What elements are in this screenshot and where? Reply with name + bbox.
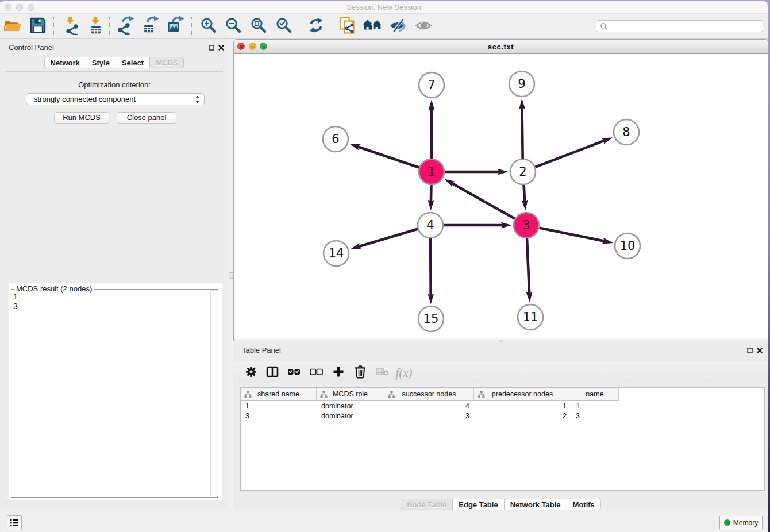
cell-predecessor-nodes[interactable]: 1 — [474, 402, 571, 411]
zoom-selected-icon — [274, 16, 294, 37]
table-tabset: Node TableEdge TableNetwork TableMotifs — [233, 499, 768, 510]
memory-button[interactable]: Memory — [719, 516, 763, 529]
export-network-button[interactable] — [116, 17, 135, 36]
table-panel-close-icon[interactable] — [756, 347, 763, 354]
graph-node-4[interactable]: 4 — [418, 213, 443, 238]
graph-node-8[interactable]: 8 — [614, 119, 639, 145]
cell-name[interactable]: 1 — [571, 402, 619, 411]
graph-node-14[interactable]: 14 — [324, 241, 349, 266]
search-input[interactable] — [596, 20, 763, 32]
cell-successor-nodes[interactable]: 3 — [384, 411, 474, 421]
cell-shared-name[interactable]: 1 — [241, 402, 317, 411]
open-session-button[interactable] — [3, 17, 22, 36]
mcds-result-group-border — [11, 289, 218, 498]
graph-node-9[interactable]: 9 — [509, 71, 534, 97]
graph-node-10[interactable]: 10 — [615, 233, 640, 259]
table-panel-tab-network-table[interactable]: Network Table — [505, 499, 567, 510]
zoom-in-button[interactable] — [199, 17, 218, 36]
show-eye-icon — [414, 16, 433, 37]
show-columns-button[interactable] — [264, 364, 281, 381]
close-panel-button[interactable]: Close panel — [117, 112, 176, 124]
tree-icon — [478, 391, 485, 400]
control-panel-float-icon[interactable] — [208, 44, 215, 51]
graph-node-6[interactable]: 6 — [323, 126, 348, 152]
zoom-fit-button[interactable] — [249, 17, 268, 36]
table-row-1[interactable]: 1dominator411 — [241, 402, 764, 411]
run-mcds-button[interactable]: Run MCDS — [54, 112, 109, 124]
cell-predecessor-nodes[interactable]: 2 — [474, 411, 571, 421]
create-column-button[interactable] — [330, 364, 347, 381]
splitter-handle[interactable] — [229, 272, 233, 279]
zoom-out-button[interactable] — [224, 17, 243, 36]
delete-columns-button[interactable] — [352, 364, 369, 381]
import-table-button[interactable] — [86, 17, 105, 36]
network-canvas[interactable]: 7 9 6 8 1 2 4 3 14 10 15 11 — [234, 54, 768, 341]
import-network-button[interactable] — [60, 17, 80, 36]
graph-node-label: 2 — [519, 165, 526, 179]
unselect-all-columns-button[interactable] — [308, 364, 325, 381]
table-panel-tab-motifs[interactable]: Motifs — [567, 499, 601, 510]
column-header-successor-nodes[interactable]: successor nodes — [384, 388, 474, 401]
graph-node-label: 7 — [428, 78, 435, 92]
graph-node-1[interactable]: 1 — [419, 159, 444, 184]
import-network-icon — [60, 16, 80, 37]
column-header-predecessor-nodes[interactable]: predecessor nodes — [474, 388, 571, 401]
criterion-select[interactable]: strongly connected component — [26, 93, 205, 105]
first-neighbors-button[interactable] — [363, 17, 382, 36]
delete-table-icon — [374, 363, 391, 383]
cell-shared-name[interactable]: 3 — [241, 411, 317, 421]
export-image-button[interactable] — [165, 17, 185, 36]
graph-node-label: 11 — [523, 310, 538, 324]
save-session-button[interactable] — [28, 17, 48, 36]
control-panel-close-icon[interactable] — [218, 44, 225, 51]
search-icon — [600, 22, 609, 31]
refresh-button[interactable] — [306, 17, 326, 36]
control-panel-tab-network[interactable]: Network — [44, 57, 86, 68]
task-history-button[interactable] — [7, 515, 22, 530]
column-header-MCDS-role[interactable]: MCDS role — [317, 388, 384, 401]
home-icon — [363, 16, 382, 37]
hide-graphics-details-button[interactable] — [388, 17, 407, 36]
toolbar-separator — [299, 17, 299, 36]
window-title: Session: New Session — [0, 1, 768, 14]
open-folder-icon — [3, 16, 22, 37]
trash-icon — [352, 363, 369, 383]
graph-node-7[interactable]: 7 — [419, 72, 444, 98]
control-panel-tab-select[interactable]: Select — [116, 57, 150, 68]
graph-node-3[interactable]: 3 — [514, 213, 539, 238]
share-session-button[interactable] — [338, 17, 357, 36]
function-builder-button: f(x) — [395, 364, 413, 381]
graph-node-15[interactable]: 15 — [418, 306, 444, 331]
cell-MCDS-role[interactable]: dominator — [317, 402, 384, 411]
graph-node-11[interactable]: 11 — [518, 304, 543, 330]
graph-node-label: 4 — [426, 218, 434, 232]
export-table-button[interactable] — [140, 17, 160, 36]
cell-name[interactable]: 3 — [571, 411, 619, 421]
mcds-result-scrollbar[interactable] — [210, 290, 218, 496]
node-table-header: shared name MCDS role successor nodes pr… — [241, 388, 619, 401]
table-options-button[interactable] — [242, 364, 260, 381]
table-row-3[interactable]: 3dominator323 — [241, 411, 764, 421]
panel-splitter[interactable] — [228, 39, 233, 512]
window-titlebar: Session: New Session — [0, 1, 768, 14]
table-panel-tab-edge-table[interactable]: Edge Table — [453, 499, 504, 510]
graph-node-label: 9 — [518, 77, 525, 91]
cell-MCDS-role[interactable]: dominator — [317, 411, 384, 421]
column-header-shared-name[interactable]: shared name — [241, 388, 317, 401]
graph-node-2[interactable]: 2 — [510, 159, 536, 184]
graph-node-label: 10 — [620, 239, 636, 253]
control-panel-tab-style[interactable]: Style — [86, 57, 116, 68]
table-panel-tab-node-table[interactable]: Node Table — [401, 499, 453, 510]
table-panel-float-icon[interactable] — [746, 347, 753, 354]
show-graphics-details-button[interactable] — [414, 17, 433, 36]
zoom-selected-button[interactable] — [274, 17, 294, 36]
control-panel-tab-mcds[interactable]: MCDS — [150, 57, 184, 68]
refresh-icon — [306, 16, 326, 37]
node-table: shared name MCDS role successor nodes pr… — [240, 387, 765, 491]
graph-node-label: 3 — [522, 218, 530, 232]
select-all-columns-button[interactable] — [286, 364, 303, 381]
column-header-name[interactable]: name — [571, 388, 619, 401]
mcds-result-text[interactable]: 1 3 — [13, 292, 207, 311]
cell-successor-nodes[interactable]: 4 — [384, 402, 474, 411]
mcds-result-box: MCDS result (2 nodes) 1 3 — [9, 283, 222, 500]
